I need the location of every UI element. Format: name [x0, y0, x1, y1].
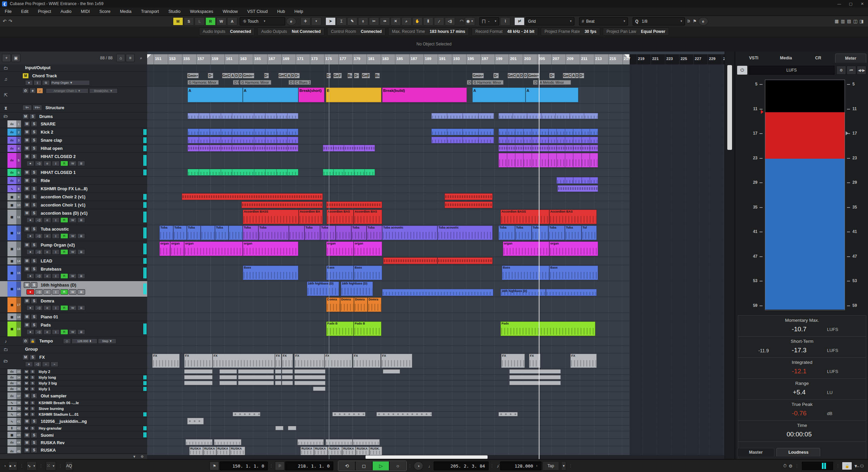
- clip[interactable]: Bass: [326, 266, 354, 280]
- toolbar-right-icon-2[interactable]: ▤: [847, 19, 851, 24]
- mute-button[interactable]: M: [24, 170, 30, 175]
- mute-button[interactable]: M: [24, 137, 30, 143]
- clip[interactable]: RUSKA: [189, 447, 203, 455]
- toolbar-r-button[interactable]: R: [205, 17, 216, 25]
- clip[interactable]: [431, 113, 494, 119]
- track-control-4[interactable]: R: [60, 273, 68, 279]
- clip[interactable]: Bass: [502, 266, 549, 280]
- solo-button[interactable]: S: [31, 145, 37, 151]
- track-control-3[interactable]: ⫾: [52, 289, 60, 295]
- track-control-0[interactable]: ●: [26, 305, 34, 311]
- clip[interactable]: [188, 169, 298, 176]
- horizontal-scrollbar[interactable]: [147, 455, 725, 459]
- clip[interactable]: FX: [570, 354, 597, 368]
- clip[interactable]: [326, 201, 382, 208]
- clip[interactable]: FX: [282, 354, 293, 368]
- clip[interactable]: Tuba acoustic: [382, 225, 437, 240]
- redo-icon[interactable]: ↷: [8, 19, 12, 24]
- solo-button[interactable]: S: [31, 121, 37, 127]
- clip[interactable]: [229, 225, 243, 240]
- mute-button[interactable]: M: [24, 258, 30, 264]
- toolbar-a-button[interactable]: A: [227, 17, 237, 25]
- tool-0[interactable]: ➤: [326, 17, 336, 25]
- autoscroll-dropdown[interactable]: ▼: [311, 17, 321, 25]
- track-control-6[interactable]: ≣: [77, 217, 85, 223]
- menu-file[interactable]: File: [0, 9, 16, 14]
- clip[interactable]: RUSKA: [314, 447, 328, 455]
- clip[interactable]: [282, 369, 293, 374]
- right-locator-icon[interactable]: ⚐: [275, 461, 284, 470]
- clip[interactable]: [498, 153, 598, 168]
- tempo-lock-icon[interactable]: 🔓: [29, 338, 36, 344]
- clip[interactable]: [323, 169, 375, 176]
- clip[interactable]: [431, 129, 494, 135]
- clip[interactable]: [326, 439, 353, 445]
- tool-3[interactable]: ⬨: [358, 17, 368, 25]
- track-control-1[interactable]: ◁): [35, 161, 43, 166]
- clip[interactable]: organ: [243, 241, 298, 256]
- clip[interactable]: [382, 289, 493, 296]
- chord-event[interactable]: C: [513, 73, 516, 78]
- clip[interactable]: [294, 375, 326, 379]
- solo-button[interactable]: S: [31, 282, 37, 288]
- solo-button[interactable]: S: [30, 406, 35, 411]
- chord-event[interactable]: A: [287, 73, 291, 78]
- track-control-1[interactable]: ◁): [35, 233, 43, 239]
- track-control-2[interactable]: e: [43, 233, 51, 239]
- record-mode-dropdown[interactable]: ●▼: [8, 461, 17, 471]
- clip[interactable]: [498, 145, 598, 152]
- clip[interactable]: Tuba: [304, 225, 320, 240]
- marker-button-0[interactable]: Ƭ+: [22, 105, 32, 111]
- menu-studio[interactable]: Studio: [164, 9, 185, 14]
- quantize-panel-icon[interactable]: ⚑: [693, 19, 697, 24]
- clip[interactable]: Tuba: [215, 225, 229, 240]
- clip[interactable]: [188, 145, 298, 152]
- toolbar-l-button[interactable]: L: [195, 17, 205, 25]
- track-control-1[interactable]: ◁): [35, 305, 43, 311]
- tempo-mode-dropdown[interactable]: Step ▼: [98, 338, 116, 344]
- clip[interactable]: FX: [381, 354, 412, 368]
- clip[interactable]: [275, 375, 281, 379]
- left-locator-display[interactable]: 150. 1. 1. 0: [220, 461, 268, 470]
- filter-icon[interactable]: ▼̶: [853, 464, 858, 469]
- position-display[interactable]: 205. 2. 3. 84: [434, 461, 489, 470]
- chord-event[interactable]: A: [231, 73, 235, 78]
- clip[interactable]: organ: [549, 241, 598, 256]
- clip[interactable]: Accordion BASS: [243, 210, 299, 224]
- search-track-icon[interactable]: ⌕: [137, 54, 145, 62]
- menu-hub[interactable]: Hub: [272, 9, 290, 14]
- solo-button[interactable]: S: [31, 186, 37, 192]
- clip[interactable]: [557, 185, 598, 192]
- solo-button[interactable]: S: [31, 418, 37, 424]
- chord-control-0[interactable]: ●: [25, 80, 33, 85]
- meter-settings-gear-icon[interactable]: ⚙: [836, 66, 846, 75]
- track-control-3[interactable]: ⫾: [52, 249, 60, 255]
- clip[interactable]: [383, 257, 437, 264]
- clip[interactable]: Bass: [549, 266, 598, 280]
- scale-event[interactable]: D♭: [467, 80, 472, 85]
- clip[interactable]: [509, 381, 561, 385]
- track-control-1[interactable]: ◁): [35, 273, 43, 279]
- clip[interactable]: Tuba: [159, 225, 173, 240]
- lock-icon[interactable]: 🔒: [842, 462, 852, 470]
- solo-button[interactable]: S: [31, 226, 37, 232]
- menu-edit[interactable]: Edit: [16, 9, 33, 14]
- clip[interactable]: Accordion BASS: [500, 210, 549, 224]
- audio-record-dropdown[interactable]: ∿▼: [26, 461, 37, 471]
- meter-left-marker[interactable]: [761, 110, 764, 114]
- performance-icon[interactable]: ⚇: [860, 464, 864, 469]
- solo-button[interactable]: S: [31, 432, 37, 438]
- solo-button[interactable]: S: [30, 400, 35, 405]
- arranger-item-dropdown[interactable]: Break(sho. ▼: [89, 88, 118, 94]
- track-control-5[interactable]: W: [69, 289, 77, 295]
- clip[interactable]: Bass: [354, 266, 382, 280]
- clip[interactable]: Tuba: [367, 225, 382, 240]
- track-control-3[interactable]: ⫾: [52, 329, 60, 335]
- mute-button[interactable]: M: [24, 400, 29, 405]
- solo-button[interactable]: S: [31, 210, 37, 216]
- track-control-5[interactable]: W: [69, 273, 77, 279]
- track-control-1[interactable]: ◁): [35, 217, 43, 223]
- solo-button[interactable]: S: [31, 202, 37, 208]
- track-control-0[interactable]: ●: [26, 329, 34, 335]
- solo-button[interactable]: S: [30, 412, 35, 417]
